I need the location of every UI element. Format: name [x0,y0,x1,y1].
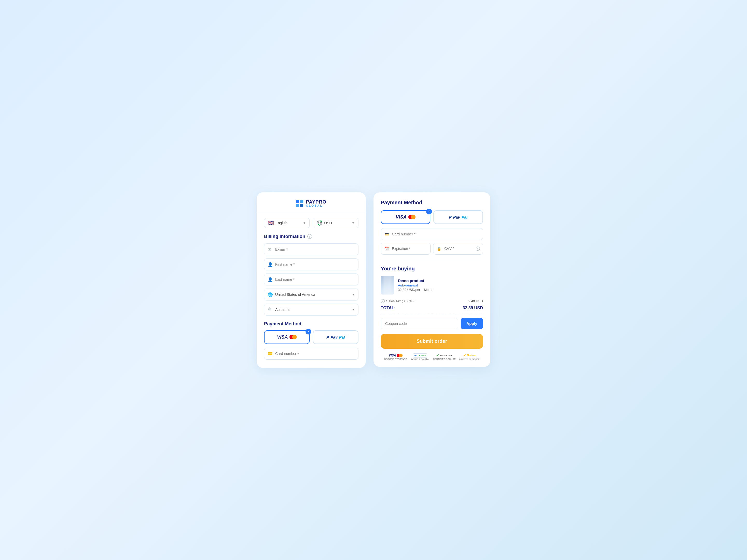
info-icon[interactable]: i [307,234,312,239]
email-field-wrap: ✉ [264,243,358,256]
chevron-down-icon: ▼ [352,221,355,224]
paypal-label: Pay [331,335,337,339]
card-icon: 💳 [268,351,273,356]
right-payment-options: VISA ✓ P PayPal [381,210,483,224]
left-card-number-input[interactable] [264,348,358,359]
person-icon: 👤 [268,262,273,267]
last-name-input[interactable] [264,273,358,286]
norton-label: powered by digicert [459,358,480,361]
visa-mastercard-button[interactable]: VISA ✓ [264,330,310,344]
paypal-pal: Pal [462,215,468,219]
submit-order-button[interactable]: Submit order [381,334,483,349]
left-payment-options: VISA ✓ P PayPal [264,330,358,344]
paypal-label: Pay [453,215,460,219]
dashed-divider [381,314,483,314]
billing-form: ✉ 👤 👤 🌐 United States of America ▼ [264,243,358,316]
first-name-input[interactable] [264,259,358,270]
lang-currency-row: 🇬🇧 English ▼ 💱 USD ▼ [264,218,358,228]
tax-row: i Sales Tax (8.00%) : 2.40 USD [381,299,483,303]
trust-badges: VISA SECURE PAYMENTS PCI ✔DSS PCI DSS Ce… [381,353,483,361]
flag-icon: 🇬🇧 [268,220,274,226]
last-name-field-wrap: 👤 [264,273,358,286]
tax-info-icon[interactable]: i [381,299,385,303]
product-price: 32.39 USD/per 1 Month [398,288,433,292]
country-select[interactable]: United States of America [264,289,358,300]
youre-buying-title: You're buying [381,266,483,272]
product-row: Demo product Auto-renewal 32.39 USD/per … [381,276,483,295]
email-icon: ✉ [268,247,271,252]
state-select[interactable]: Alabama [264,303,358,316]
right-card-number-wrap: 💳 [381,228,483,240]
total-row: TOTAL: 32.39 USD [381,306,483,310]
norton-badge: ✔ Norton powered by digicert [459,353,480,361]
visa-mc-logo: VISA [389,354,403,357]
paypal-button[interactable]: P PayPal [313,330,358,344]
right-payment-title: Payment Method [381,199,483,206]
language-selector[interactable]: 🇬🇧 English ▼ [264,218,310,228]
product-image [381,276,394,295]
first-name-field-wrap: 👤 [264,259,358,270]
coupon-input[interactable] [381,318,458,329]
cvv-info-icon[interactable]: i [476,246,480,251]
state-select-wrap: 🏛 Alabama ▼ [264,303,358,316]
product-info: Demo product Auto-renewal 32.39 USD/per … [398,278,433,292]
right-card-number-input[interactable] [381,228,483,240]
tax-label: i Sales Tax (8.00%) : [381,299,415,303]
logo: PAYPRO GLOBAL [296,199,326,207]
card-icon: 💳 [384,232,389,236]
expiration-wrap: 📅 [381,243,431,255]
total-amount: 32.39 USD [463,306,483,310]
left-card-body: 🇬🇧 English ▼ 💱 USD ▼ Billing information… [257,212,366,368]
norton-logo: ✔ Norton [463,353,475,357]
product-name: Demo product [398,278,433,283]
paypal-p-icon: P [449,215,452,219]
chevron-down-icon: ▼ [303,221,306,224]
left-card-number-wrap: 💳 [264,348,358,359]
page-container: PAYPRO GLOBAL 🇬🇧 English ▼ 💱 USD ▼ [257,192,490,368]
right-paypal-button[interactable]: P PayPal [433,210,483,224]
card-header: PAYPRO GLOBAL [257,192,366,212]
logo-text: PAYPRO GLOBAL [306,199,326,207]
mastercard-icon [289,335,297,339]
country-select-wrap: 🌐 United States of America ▼ [264,289,358,300]
paypal-p-icon: P [326,335,329,339]
expiry-cvv-row: 📅 🔒 i [381,243,483,255]
pci-label: PCI DSS Certified [411,358,429,361]
mc-badge-icon [397,354,403,357]
left-card: PAYPRO GLOBAL 🇬🇧 English ▼ 💱 USD ▼ [257,192,366,368]
brand-top: PAYPRO [306,199,326,204]
visa-secure-badge: VISA SECURE PAYMENTS [384,354,407,361]
cvv-wrap: 🔒 i [433,243,483,255]
person-icon: 👤 [268,277,273,282]
apply-button[interactable]: Apply [461,318,483,329]
calendar-icon: 📅 [384,246,389,251]
left-payment-title: Payment Method [264,321,358,327]
right-visa-mastercard-button[interactable]: VISA ✓ [381,210,430,224]
mastercard-icon [408,215,415,219]
right-card-fields: 💳 📅 🔒 i [381,228,483,255]
pci-dss-badge: PCI ✔DSS [413,353,428,357]
visa-label: VISA [277,335,288,340]
currency-selector[interactable]: 💱 USD ▼ [313,218,358,228]
lock-icon: 🔒 [437,246,441,251]
product-renewal[interactable]: Auto-renewal [398,283,433,287]
secure-payments-label: SECURE PAYMENTS [384,358,407,361]
norton-check-icon: ✔ [463,353,466,357]
selected-checkmark: ✓ [306,329,311,335]
email-input[interactable] [264,243,358,256]
currency-icon: 💱 [317,220,323,226]
pci-badge: PCI ✔DSS PCI DSS Certified [411,353,429,361]
total-label: TOTAL: [381,306,395,310]
logo-icon [296,199,303,207]
trusted-site-logo: ✔ TrustedSite [436,353,453,357]
trusted-site-badge: ✔ TrustedSite CERTIFIED SECURE [433,353,456,361]
language-label: English [276,221,287,225]
visa-label: VISA [395,214,407,220]
trusted-check-icon: ✔ [436,353,439,357]
tax-amount: 2.40 USD [468,299,483,303]
right-card: Payment Method VISA ✓ P PayPal 💳 [374,192,490,367]
paypal-pal: Pal [339,335,345,339]
billing-section-title: Billing information i [264,234,358,239]
brand-bottom: GLOBAL [306,204,326,207]
currency-label: USD [324,221,332,225]
